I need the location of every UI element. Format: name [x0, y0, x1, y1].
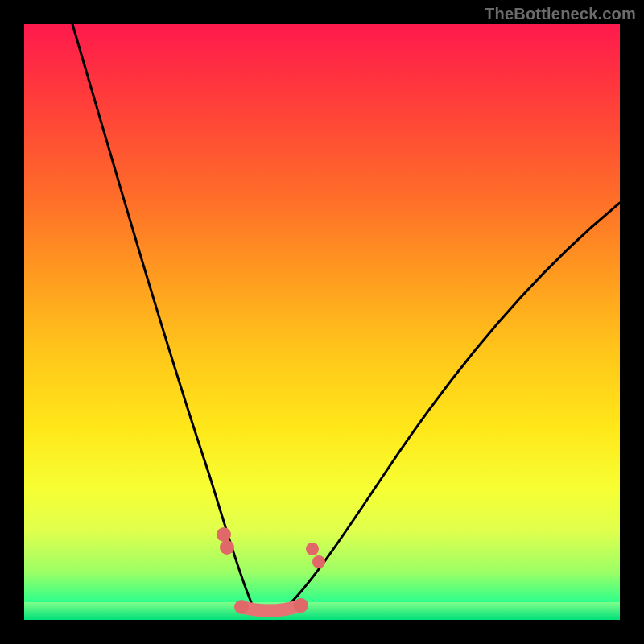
marker-dot — [294, 598, 308, 613]
marker-dot — [312, 555, 325, 568]
chart-svg — [24, 24, 620, 620]
curve-left — [72, 24, 251, 602]
marker-dot — [217, 527, 231, 542]
marker-dot — [234, 600, 249, 614]
plot-area — [24, 24, 620, 620]
marker-dot — [306, 543, 319, 555]
marker-dot — [220, 540, 234, 555]
outer-frame: TheBottleneck.com — [0, 0, 644, 644]
watermark-text: TheBottleneck.com — [485, 5, 636, 23]
curve-right — [290, 203, 620, 604]
valley-marker-bar — [242, 605, 301, 611]
